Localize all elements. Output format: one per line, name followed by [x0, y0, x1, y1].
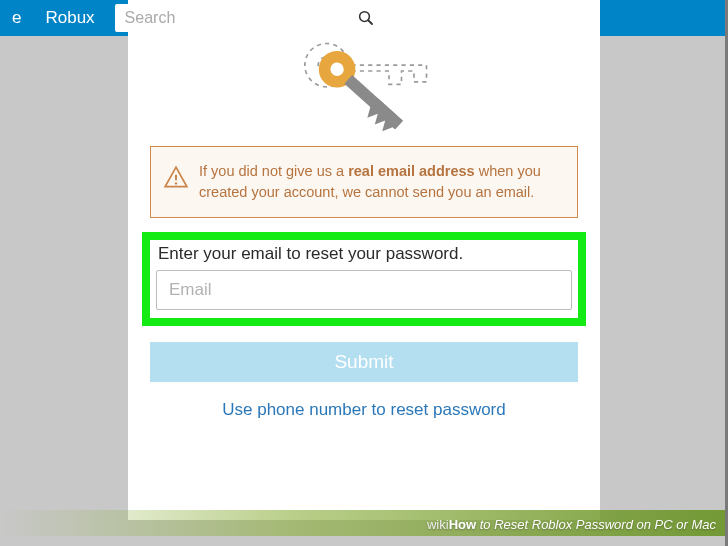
footer-how: How [449, 517, 476, 532]
warning-text-bold: real email address [348, 163, 475, 179]
warning-text-before: If you did not give us a [199, 163, 348, 179]
svg-point-6 [175, 182, 177, 184]
email-input[interactable] [156, 270, 572, 310]
key-illustration [128, 36, 600, 136]
nav-item-robux[interactable]: Robux [33, 0, 106, 36]
use-phone-link[interactable]: Use phone number to reset password [128, 400, 600, 420]
svg-line-8 [368, 20, 372, 24]
reset-password-card: If you did not give us a real email addr… [128, 0, 600, 520]
footer-wiki: wiki [427, 517, 449, 532]
reset-instruction: Enter your email to reset your password. [158, 244, 572, 264]
search-icon[interactable] [357, 9, 375, 27]
email-warning-notice: If you did not give us a real email addr… [150, 146, 578, 218]
nav-item-partial[interactable]: e [0, 0, 33, 36]
top-nav: e Robux [0, 0, 728, 36]
warning-icon [163, 165, 189, 191]
search-wrap [115, 4, 383, 32]
search-input[interactable] [115, 4, 383, 32]
submit-button[interactable]: Submit [150, 342, 578, 382]
footer-attribution: wikiHow to Reset Roblox Password on PC o… [0, 504, 728, 536]
footer-title: to Reset Roblox Password on PC or Mac [476, 517, 716, 532]
email-section-highlight: Enter your email to reset your password. [142, 232, 586, 326]
